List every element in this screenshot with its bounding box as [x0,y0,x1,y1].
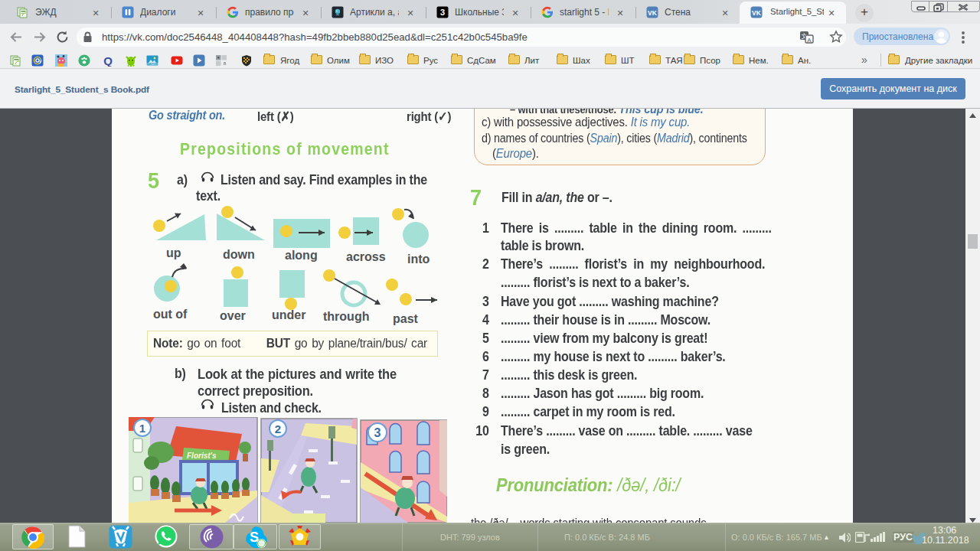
svg-text:along: along [285,249,318,262]
svg-text:past: past [393,312,419,325]
svg-text:down: down [223,248,255,261]
svg-text:3: 3 [440,8,445,17]
svg-text:VK: VK [752,9,762,17]
svg-text:over: over [220,309,246,322]
svg-text:1: 1 [139,422,145,435]
svg-text:VK: VK [648,9,658,17]
svg-text:under: under [272,308,305,321]
svg-text:2: 2 [275,422,281,435]
svg-text:Florist's: Florist's [187,452,217,460]
svg-text:out of: out of [153,308,188,321]
svg-text:up: up [166,246,181,259]
svg-text:ФОТОШКОЛА: ФОТОШКОЛА [146,63,158,66]
svg-text:across: across [346,250,386,263]
svg-text:3: 3 [374,426,381,439]
svg-text:into: into [407,253,430,266]
svg-text:Q: Q [103,54,113,67]
svg-text:through: through [323,310,369,323]
svg-text:A: A [807,37,812,44]
